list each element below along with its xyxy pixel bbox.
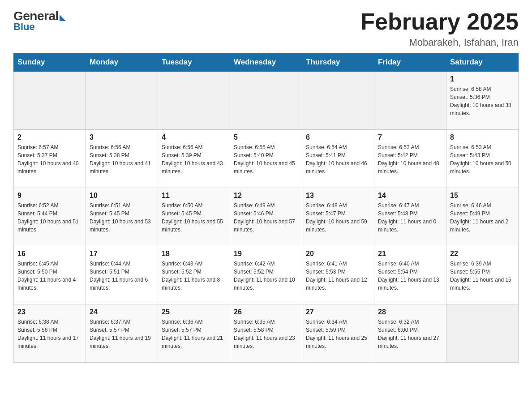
calendar-subtitle: Mobarakeh, Isfahan, Iran (360, 37, 519, 48)
logo: General Blue (13, 9, 66, 33)
day-number: 2 (17, 133, 82, 141)
day-number: 1 (450, 75, 515, 83)
day-info: Sunrise: 6:34 AMSunset: 5:59 PMDaylight:… (306, 318, 370, 350)
day-info: Sunrise: 6:32 AMSunset: 6:00 PMDaylight:… (378, 318, 442, 350)
calendar-cell: 7Sunrise: 6:53 AMSunset: 5:42 PMDaylight… (374, 130, 446, 188)
logo-arrow-icon (60, 15, 66, 21)
calendar-cell: 20Sunrise: 6:41 AMSunset: 5:53 PMDayligh… (302, 246, 374, 304)
calendar-cell (14, 72, 86, 130)
calendar-cell: 18Sunrise: 6:43 AMSunset: 5:52 PMDayligh… (158, 246, 230, 304)
page-header: General Blue February 2025 Mobarakeh, Is… (13, 9, 519, 48)
day-info: Sunrise: 6:42 AMSunset: 5:52 PMDaylight:… (234, 260, 298, 292)
weekday-header-wednesday: Wednesday (230, 53, 302, 72)
calendar-cell: 3Sunrise: 6:56 AMSunset: 5:38 PMDaylight… (86, 130, 158, 188)
day-info: Sunrise: 6:49 AMSunset: 5:46 PMDaylight:… (234, 201, 298, 234)
calendar-cell: 11Sunrise: 6:50 AMSunset: 5:45 PMDayligh… (158, 188, 230, 246)
calendar-cell: 21Sunrise: 6:40 AMSunset: 5:54 PMDayligh… (374, 246, 446, 304)
calendar-cell: 16Sunrise: 6:45 AMSunset: 5:50 PMDayligh… (14, 246, 86, 304)
calendar-cell: 17Sunrise: 6:44 AMSunset: 5:51 PMDayligh… (86, 246, 158, 304)
calendar-cell (374, 72, 446, 130)
day-number: 23 (17, 308, 82, 316)
calendar-cell: 26Sunrise: 6:35 AMSunset: 5:58 PMDayligh… (230, 304, 302, 363)
day-info: Sunrise: 6:40 AMSunset: 5:54 PMDaylight:… (378, 260, 442, 292)
day-number: 15 (450, 192, 515, 200)
calendar-week-row: 16Sunrise: 6:45 AMSunset: 5:50 PMDayligh… (14, 246, 519, 304)
calendar-title: February 2025 (360, 9, 519, 34)
day-number: 19 (234, 250, 298, 258)
calendar-cell (302, 72, 374, 130)
day-number: 26 (234, 308, 298, 316)
calendar-week-row: 23Sunrise: 6:38 AMSunset: 5:56 PMDayligh… (14, 304, 519, 363)
calendar-cell (446, 304, 519, 363)
day-info: Sunrise: 6:52 AMSunset: 5:44 PMDaylight:… (17, 201, 82, 234)
day-number: 13 (306, 192, 370, 200)
day-info: Sunrise: 6:45 AMSunset: 5:50 PMDaylight:… (17, 260, 82, 292)
calendar-cell: 23Sunrise: 6:38 AMSunset: 5:56 PMDayligh… (14, 304, 86, 363)
day-number: 12 (234, 192, 298, 200)
day-number: 28 (378, 308, 442, 316)
day-number: 25 (162, 308, 226, 316)
day-info: Sunrise: 6:53 AMSunset: 5:42 PMDaylight:… (378, 143, 442, 176)
day-number: 11 (162, 192, 226, 200)
calendar-cell: 14Sunrise: 6:47 AMSunset: 5:48 PMDayligh… (374, 188, 446, 246)
day-number: 9 (17, 192, 82, 200)
day-number: 18 (162, 250, 226, 258)
calendar-cell: 6Sunrise: 6:54 AMSunset: 5:41 PMDaylight… (302, 130, 374, 188)
calendar-cell: 2Sunrise: 6:57 AMSunset: 5:37 PMDaylight… (14, 130, 86, 188)
day-info: Sunrise: 6:58 AMSunset: 5:36 PMDaylight:… (450, 85, 515, 117)
calendar-cell (230, 72, 302, 130)
calendar-cell: 19Sunrise: 6:42 AMSunset: 5:52 PMDayligh… (230, 246, 302, 304)
day-number: 7 (378, 133, 442, 141)
weekday-header-row: SundayMondayTuesdayWednesdayThursdayFrid… (14, 53, 519, 72)
calendar-cell: 9Sunrise: 6:52 AMSunset: 5:44 PMDaylight… (14, 188, 86, 246)
calendar-cell: 22Sunrise: 6:39 AMSunset: 5:55 PMDayligh… (446, 246, 519, 304)
day-info: Sunrise: 6:37 AMSunset: 5:57 PMDaylight:… (90, 318, 154, 350)
day-info: Sunrise: 6:35 AMSunset: 5:58 PMDaylight:… (234, 318, 298, 350)
day-info: Sunrise: 6:54 AMSunset: 5:41 PMDaylight:… (306, 143, 370, 176)
calendar-body: 1Sunrise: 6:58 AMSunset: 5:36 PMDaylight… (14, 72, 519, 363)
day-info: Sunrise: 6:38 AMSunset: 5:56 PMDaylight:… (17, 318, 82, 350)
calendar-table: SundayMondayTuesdayWednesdayThursdayFrid… (13, 53, 519, 363)
calendar-week-row: 1Sunrise: 6:58 AMSunset: 5:36 PMDaylight… (14, 72, 519, 130)
calendar-cell: 10Sunrise: 6:51 AMSunset: 5:45 PMDayligh… (86, 188, 158, 246)
day-number: 21 (378, 250, 442, 258)
day-info: Sunrise: 6:47 AMSunset: 5:48 PMDaylight:… (378, 201, 442, 234)
day-number: 22 (450, 250, 515, 258)
day-number: 4 (162, 133, 226, 141)
weekday-header-friday: Friday (374, 53, 446, 72)
day-info: Sunrise: 6:44 AMSunset: 5:51 PMDaylight:… (90, 260, 154, 292)
day-info: Sunrise: 6:56 AMSunset: 5:38 PMDaylight:… (90, 143, 154, 176)
calendar-cell: 13Sunrise: 6:48 AMSunset: 5:47 PMDayligh… (302, 188, 374, 246)
weekday-header-thursday: Thursday (302, 53, 374, 72)
day-number: 6 (306, 133, 370, 141)
day-number: 17 (90, 250, 154, 258)
weekday-header-monday: Monday (86, 53, 158, 72)
calendar-cell: 5Sunrise: 6:55 AMSunset: 5:40 PMDaylight… (230, 130, 302, 188)
weekday-header-sunday: Sunday (14, 53, 86, 72)
calendar-cell: 8Sunrise: 6:53 AMSunset: 5:43 PMDaylight… (446, 130, 519, 188)
calendar-cell (158, 72, 230, 130)
weekday-header-tuesday: Tuesday (158, 53, 230, 72)
day-info: Sunrise: 6:51 AMSunset: 5:45 PMDaylight:… (90, 201, 154, 234)
day-number: 20 (306, 250, 370, 258)
day-number: 10 (90, 192, 154, 200)
day-number: 24 (90, 308, 154, 316)
day-number: 14 (378, 192, 442, 200)
calendar-cell: 4Sunrise: 6:56 AMSunset: 5:39 PMDaylight… (158, 130, 230, 188)
day-number: 16 (17, 250, 82, 258)
day-info: Sunrise: 6:39 AMSunset: 5:55 PMDaylight:… (450, 260, 515, 292)
calendar-cell: 24Sunrise: 6:37 AMSunset: 5:57 PMDayligh… (86, 304, 158, 363)
day-info: Sunrise: 6:53 AMSunset: 5:43 PMDaylight:… (450, 143, 515, 176)
day-info: Sunrise: 6:55 AMSunset: 5:40 PMDaylight:… (234, 143, 298, 176)
day-info: Sunrise: 6:56 AMSunset: 5:39 PMDaylight:… (162, 143, 226, 176)
day-info: Sunrise: 6:43 AMSunset: 5:52 PMDaylight:… (162, 260, 226, 292)
day-info: Sunrise: 6:36 AMSunset: 5:57 PMDaylight:… (162, 318, 226, 350)
day-info: Sunrise: 6:50 AMSunset: 5:45 PMDaylight:… (162, 201, 226, 234)
day-number: 3 (90, 133, 154, 141)
day-info: Sunrise: 6:48 AMSunset: 5:47 PMDaylight:… (306, 201, 370, 234)
calendar-cell: 1Sunrise: 6:58 AMSunset: 5:36 PMDaylight… (446, 72, 519, 130)
calendar-cell: 28Sunrise: 6:32 AMSunset: 6:00 PMDayligh… (374, 304, 446, 363)
day-number: 5 (234, 133, 298, 141)
calendar-week-row: 9Sunrise: 6:52 AMSunset: 5:44 PMDaylight… (14, 188, 519, 246)
day-info: Sunrise: 6:41 AMSunset: 5:53 PMDaylight:… (306, 260, 370, 292)
